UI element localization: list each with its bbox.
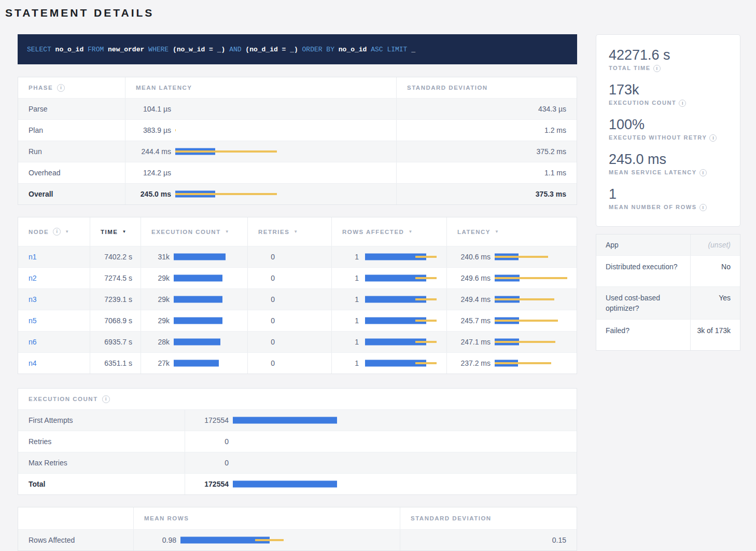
- bar-cell: 383.9 µs: [125, 120, 396, 141]
- summary-stat: 1Mean Number of Rowsi: [609, 186, 727, 211]
- time-cell-text: 7274.5 s: [104, 274, 132, 282]
- attribute-row: Distributed execution?No: [596, 255, 740, 286]
- mean-bar: [233, 481, 337, 488]
- phase-latency-table: Phase i Mean Latency Standard Deviation …: [18, 77, 577, 205]
- time-cell: 6935.7 s: [90, 332, 141, 352]
- std-deviation-cell: 434.3 µs: [396, 99, 577, 119]
- mean-rows-column-header: Mean Rows: [133, 507, 400, 529]
- column-header-label: Node: [29, 229, 49, 235]
- exec-label-cell-text: First Attempts: [29, 416, 73, 424]
- info-icon[interactable]: i: [699, 204, 707, 211]
- execution-count-cell: 31k: [141, 246, 247, 267]
- bar-cell: 28k: [141, 332, 247, 352]
- execution-count-cell: 29k: [141, 289, 247, 310]
- sort-arrow-icon: ▼: [293, 229, 298, 234]
- bar-area: [365, 246, 446, 267]
- rows-affected-table: Mean Rows Standard Deviation Rows Affect…: [18, 507, 577, 551]
- latency-cell: 249.6 ms: [446, 268, 577, 288]
- bar-cell: 0.98: [134, 530, 400, 550]
- table-row: n57068.9 s29k01245.7 ms: [18, 310, 577, 331]
- execution-count-body: First Attempts172554Retries0Max Retries0…: [18, 409, 577, 494]
- column-header-latency[interactable]: Latency▼: [446, 217, 577, 246]
- info-icon[interactable]: i: [653, 65, 661, 72]
- std-dev-bar: [415, 341, 437, 343]
- std-deviation-cell: 1.2 ms: [396, 120, 577, 141]
- std-deviation-cell-text: 0.15: [552, 536, 566, 544]
- attribute-value: No: [690, 256, 740, 286]
- column-header-label: Time: [101, 229, 118, 235]
- bar-area: [175, 184, 396, 204]
- sql-statement-box: SELECT no_o_id FROM new_order WHERE (no_…: [18, 34, 577, 64]
- stat-label-text: Executed Without Retry: [609, 134, 707, 141]
- std-deviation-column-header: Standard Deviation: [396, 77, 577, 98]
- sql-identifier: no_o_id: [51, 46, 88, 53]
- bar-area: [495, 246, 577, 267]
- node-link[interactable]: n2: [29, 274, 37, 282]
- stat-label-text: Execution Count: [609, 100, 676, 106]
- bar-cell: 1: [332, 332, 446, 352]
- node-link[interactable]: n1: [29, 253, 37, 261]
- sql-keyword: FROM: [88, 46, 104, 53]
- retries-cell: 0: [247, 353, 331, 374]
- column-header-label: Retries: [258, 229, 289, 235]
- bar-cell: 27k: [141, 353, 247, 374]
- bar-area: [174, 332, 247, 352]
- node-link[interactable]: n6: [29, 338, 37, 346]
- sidebar-column: 42271.6 sTotal Timei173kExecution Counti…: [596, 34, 740, 351]
- info-icon[interactable]: i: [102, 395, 110, 403]
- sort-arrow-icon: ▼: [495, 229, 499, 234]
- std-deviation-cell: 375.2 ms: [396, 141, 577, 162]
- summary-stat: 245.0 msMean Service Latencyi: [609, 151, 727, 176]
- stat-label-text: Mean Service Latency: [609, 169, 697, 175]
- info-icon[interactable]: i: [57, 84, 65, 92]
- bar-value-label: 0: [185, 437, 229, 446]
- sql-keyword: AND: [229, 46, 241, 53]
- bar-cell: 1: [332, 246, 446, 267]
- node-link[interactable]: n5: [29, 316, 37, 325]
- summary-stat: 173kExecution Counti: [609, 82, 727, 107]
- attribute-label: Used cost-based optimizer?: [596, 287, 690, 319]
- stat-label: Total Timei: [609, 65, 727, 72]
- info-icon[interactable]: i: [53, 228, 61, 236]
- phase-table-header: Phase i Mean Latency Standard Deviation: [18, 77, 577, 98]
- bar-area: [233, 431, 577, 452]
- summary-stats-card: 42271.6 sTotal Timei173kExecution Counti…: [596, 34, 740, 227]
- sort-arrow-icon: ▼: [408, 229, 412, 234]
- column-header-node[interactable]: Nodei▼: [18, 217, 90, 246]
- stat-label: Executed Without Retryi: [609, 134, 727, 142]
- bar-area: [495, 353, 577, 374]
- info-icon[interactable]: i: [699, 169, 707, 176]
- bar-value-label: 244.4 ms: [125, 147, 171, 156]
- retries-value: 0: [248, 253, 275, 261]
- info-icon[interactable]: i: [709, 134, 717, 142]
- node-cell: n5: [18, 310, 90, 331]
- node-link[interactable]: n4: [29, 359, 37, 367]
- exec-value-cell: 172554: [185, 474, 577, 494]
- retries-cell: 0: [247, 332, 331, 352]
- attribute-label: App: [596, 235, 690, 255]
- bar-area: [365, 310, 446, 331]
- exec-label-cell: Max Retries: [18, 452, 185, 473]
- phase-name-cell-text: Run: [29, 147, 42, 156]
- table-row: Run244.4 ms375.2 ms: [18, 141, 577, 162]
- rows-affected-cell: 1: [331, 332, 446, 352]
- attribute-value: Yes: [690, 287, 740, 319]
- column-header-retries[interactable]: Retries▼: [247, 217, 331, 246]
- bar-cell: 249.6 ms: [447, 268, 577, 288]
- column-header-execution-count[interactable]: Execution Count▼: [141, 217, 247, 246]
- stat-label: Mean Number of Rowsi: [609, 204, 727, 211]
- column-header-rows-affected[interactable]: Rows Affected▼: [331, 217, 446, 246]
- std-dev-bar: [255, 539, 283, 541]
- table-row: n37239.1 s29k01249.4 ms: [18, 288, 577, 310]
- rows-affected-header: Mean Rows Standard Deviation: [18, 507, 577, 529]
- stat-value: 42271.6 s: [609, 47, 727, 63]
- node-link[interactable]: n3: [29, 295, 37, 304]
- info-icon[interactable]: i: [679, 100, 686, 107]
- column-header-time[interactable]: Time▼: [90, 217, 141, 246]
- bar-area: [175, 141, 396, 162]
- bar-value-label: 249.4 ms: [447, 295, 491, 304]
- execution-count-table: Execution Count i First Attempts172554Re…: [18, 388, 577, 495]
- attribute-label: Failed?: [596, 320, 690, 350]
- table-row: Retries0: [18, 431, 577, 452]
- std-deviation-cell-text: 1.2 ms: [544, 126, 566, 134]
